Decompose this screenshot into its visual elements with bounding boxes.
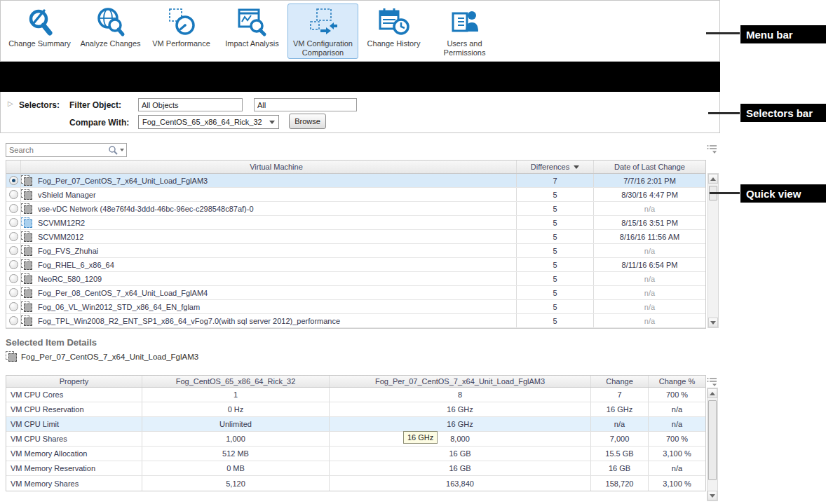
menu-item-vm-configuration-comparison[interactable]: VM Configuration Comparison xyxy=(287,4,358,59)
impact-analysis-icon xyxy=(236,6,269,39)
row-radio[interactable] xyxy=(9,246,18,255)
search-input[interactable] xyxy=(6,146,107,154)
table-row[interactable]: Fog_TPL_Win2008_R2_ENT_SP1_x86_64_vFog7.… xyxy=(6,314,705,328)
table-row[interactable]: SCVMM2012 5 8/16/16 11:56 AM xyxy=(6,230,705,244)
row-radio[interactable] xyxy=(9,232,18,241)
menu-item-vm-performance[interactable]: VM Performance xyxy=(146,4,217,59)
differences-value: 5 xyxy=(516,286,593,299)
vm-icon xyxy=(21,217,32,228)
menu-item-analyze-changes[interactable]: Analyze Changes xyxy=(75,4,146,59)
browse-button[interactable]: Browse xyxy=(289,114,326,129)
filter-object-input[interactable] xyxy=(138,98,243,111)
search-icon[interactable] xyxy=(107,145,126,155)
table-row[interactable]: vShield Manager 5 8/30/16 4:47 PM xyxy=(6,188,705,202)
vm-icon xyxy=(21,231,32,242)
row-radio[interactable] xyxy=(9,204,18,213)
scrollbar-thumb[interactable] xyxy=(708,400,717,480)
change-value: 16 GB xyxy=(591,461,649,475)
users-and-permissions-icon xyxy=(449,6,481,39)
scroll-up-icon[interactable] xyxy=(708,174,718,184)
vm-icon xyxy=(21,273,32,284)
table-row[interactable]: Fog_RHEL_6_x86_64 5 8/11/16 6:54 PM xyxy=(6,258,705,272)
table-row[interactable]: Fog_06_VL_Win2012_STD_x86_64_EN_fglam 5 … xyxy=(6,300,705,314)
differences-value: 5 xyxy=(516,272,593,285)
menu-item-change-summary[interactable]: Change Summary xyxy=(4,4,75,59)
scroll-up-icon[interactable] xyxy=(707,388,717,398)
property-name: VM CPU Shares xyxy=(6,432,142,446)
selectors-bar-callout-line xyxy=(708,112,740,114)
compare-with-select[interactable]: Fog_CentOS_65_x86_64_Rick_32 xyxy=(138,115,279,129)
vm-icon xyxy=(21,175,32,186)
last-change-date: n/a xyxy=(593,300,705,313)
vm-name: SCVMM12R2 xyxy=(36,216,516,229)
selectors-expander-icon[interactable]: ▷ xyxy=(8,100,13,107)
change-pct-value: 3,100 % xyxy=(649,476,705,491)
table-row[interactable]: SCVMM12R2 5 8/15/16 3:51 PM xyxy=(6,216,705,230)
change-summary-icon xyxy=(25,6,55,39)
vm-icon xyxy=(21,287,32,298)
table-row[interactable]: Fog_Per_08_CentOS_7_x64_Unit_Load_FglAM4… xyxy=(6,286,705,300)
radio-column-header xyxy=(6,161,21,173)
row-radio[interactable] xyxy=(9,260,18,269)
menu-item-change-history[interactable]: Change History xyxy=(358,4,429,59)
row-radio[interactable] xyxy=(9,288,18,297)
table-row[interactable]: NeoRC_580_1209 5 n/a xyxy=(6,272,705,286)
right-vm-value: 8 xyxy=(330,388,591,402)
right-vm-value: 163,840 xyxy=(330,476,591,491)
table-header-row: Virtual Machine Differences Date of Last… xyxy=(6,161,705,174)
table-row[interactable]: Fog_Per_07_CentOS_7_x64_Unit_Load_FglAM3… xyxy=(6,174,705,188)
filter-type-input[interactable] xyxy=(254,98,357,111)
vm-icon xyxy=(21,245,32,256)
change-pct-value: 700 % xyxy=(649,432,705,446)
scroll-down-icon[interactable] xyxy=(708,318,718,327)
property-comparison-table: Property Fog_CentOS_65_x86_64_Rick_32 Fo… xyxy=(6,375,706,491)
property-row: VM Memory Allocation 512 MB 16 GB 15.5 G… xyxy=(6,447,705,461)
last-change-date: n/a xyxy=(593,314,705,327)
vm-configuration-comparison-icon xyxy=(307,6,339,39)
differences-column-header[interactable]: Differences xyxy=(516,161,593,173)
quick-view-scrollbar[interactable] xyxy=(707,173,719,328)
row-radio[interactable] xyxy=(9,302,18,311)
differences-value: 5 xyxy=(516,216,593,229)
change-pct-value: n/a xyxy=(649,461,705,475)
table-header-row: Property Fog_CentOS_65_x86_64_Rick_32 Fo… xyxy=(6,376,705,388)
selectors-label: Selectors: xyxy=(19,100,60,110)
change-value: n/a xyxy=(591,417,649,431)
last-change-date: n/a xyxy=(593,244,705,257)
last-change-date: 8/30/16 4:47 PM xyxy=(593,188,705,201)
virtual-machine-column-header[interactable]: Virtual Machine xyxy=(36,161,516,173)
right-vm-column-header[interactable]: Fog_Per_07_CentOS_7_x64_Unit_Load_FglAM3 xyxy=(330,376,591,387)
table-customizer-icon[interactable] xyxy=(707,377,717,388)
search-box xyxy=(6,143,127,157)
selectors-bar: ▷ Selectors: Filter Object: Compare With… xyxy=(0,92,720,133)
change-value: 158,720 xyxy=(591,476,649,491)
scroll-down-icon[interactable] xyxy=(707,491,717,500)
selectors-bar-annotation: Selectors bar xyxy=(740,104,826,122)
property-column-header[interactable]: Property xyxy=(6,376,142,387)
change-column-header[interactable]: Change xyxy=(591,376,649,387)
differences-value: 5 xyxy=(516,258,593,271)
row-radio[interactable] xyxy=(9,274,18,283)
left-vm-column-header[interactable]: Fog_CentOS_65_x86_64_Rick_32 xyxy=(142,376,330,387)
table-customizer-icon[interactable] xyxy=(707,144,717,155)
table-row[interactable]: vse-vDC Network (48e76f4d-3ddd-46bc-96ec… xyxy=(6,202,705,216)
quick-view-callout-line xyxy=(710,192,740,194)
redacted-banner xyxy=(0,62,720,92)
menu-item-label: Change History xyxy=(367,39,421,48)
menu-item-impact-analysis[interactable]: Impact Analysis xyxy=(217,4,287,59)
row-radio[interactable] xyxy=(9,176,18,185)
details-scrollbar[interactable] xyxy=(707,388,718,501)
date-column-header[interactable]: Date of Last Change xyxy=(593,161,705,173)
row-radio[interactable] xyxy=(9,316,18,325)
menu-item-users-and-permissions[interactable]: Users and Permissions xyxy=(429,4,500,59)
row-radio[interactable] xyxy=(9,190,18,199)
menu-bar-annotation: Menu bar xyxy=(740,25,826,43)
last-change-date: 8/15/16 3:51 PM xyxy=(593,216,705,229)
compare-with-value: Fog_CentOS_65_x86_64_Rick_32 xyxy=(142,118,269,126)
change-pct-column-header[interactable]: Change % xyxy=(649,376,705,387)
vm-performance-icon xyxy=(165,6,198,39)
vm-icon xyxy=(21,189,32,200)
right-vm-value: 16 GHz xyxy=(330,402,591,416)
table-row[interactable]: Fog_FVS_Zhuhai 5 n/a xyxy=(6,244,705,258)
row-radio[interactable] xyxy=(9,218,18,227)
